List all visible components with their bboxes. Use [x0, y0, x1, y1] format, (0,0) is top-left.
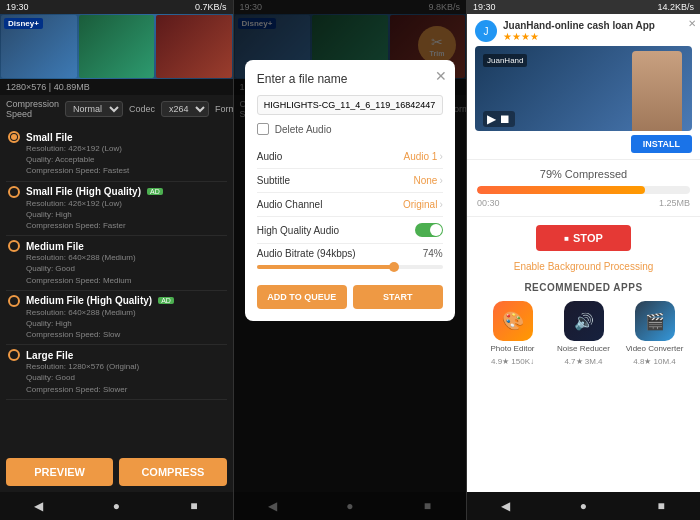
- audio-chevron: ›: [439, 151, 442, 162]
- app-rating-video: 4.8★ 10M.4: [633, 357, 676, 366]
- progress-bar-wrap: [477, 186, 690, 194]
- bitrate-label: Audio Bitrate (94kbps): [257, 248, 356, 259]
- filename-input[interactable]: [257, 95, 443, 115]
- ad-title: JuanHand-online cash loan App: [503, 20, 655, 31]
- app-name-editor: Photo Editor: [490, 344, 534, 354]
- codec-label: Codec: [129, 104, 155, 114]
- list-item[interactable]: Medium File Resolution: 640×288 (Medium)…: [6, 236, 227, 291]
- filename-dialog: ✕ Enter a file name Delete Audio Audio A…: [245, 60, 455, 321]
- video-thumbnail-left: Disney+: [0, 14, 233, 79]
- ad-image: JuanHand ▶ ⏹: [475, 46, 692, 131]
- start-button[interactable]: START: [353, 285, 443, 309]
- subtitle-label: Subtitle: [257, 175, 290, 186]
- radio-small-file[interactable]: [8, 131, 20, 143]
- compress-button[interactable]: COMPRESS: [119, 458, 226, 486]
- file-details-large: Resolution: 1280×576 (Original)Quality: …: [26, 361, 225, 395]
- speed-left: 0.7KB/s: [195, 2, 227, 12]
- subtitle-value: None ›: [414, 175, 443, 186]
- list-item[interactable]: Small File (High Quality) AD Resolution:…: [6, 182, 227, 237]
- noise-reducer-icon: 🔊: [564, 301, 604, 341]
- ad-app-icon: J: [475, 20, 497, 42]
- back-button-left[interactable]: ◀: [24, 498, 54, 514]
- audio-channel-label: Audio Channel: [257, 199, 323, 210]
- radio-medium[interactable]: [8, 240, 20, 252]
- list-item[interactable]: Large File Resolution: 1280×576 (Origina…: [6, 345, 227, 400]
- settings-row-left: Compression Speed Normal Codec x264 Form…: [0, 95, 233, 123]
- time-right: 19:30: [473, 2, 496, 12]
- compression-speed-label: Compression Speed: [6, 99, 59, 119]
- radio-large[interactable]: [8, 349, 20, 361]
- stop-btn-wrap: STOP: [467, 225, 700, 251]
- file-name-medium: Medium File: [26, 241, 84, 252]
- delete-audio-checkbox[interactable]: [257, 123, 269, 135]
- play-pause-icon[interactable]: ▶ ⏹: [483, 111, 515, 127]
- dialog-close-button[interactable]: ✕: [435, 68, 447, 84]
- toggle-knob: [430, 224, 442, 236]
- panel-right: 19:30 14.2KB/s ✕ J JuanHand-online cash …: [467, 0, 700, 520]
- recent-button-right[interactable]: ■: [646, 498, 676, 514]
- ad-stars: ★★★★: [503, 31, 655, 42]
- high-quality-audio-row: High Quality Audio: [257, 217, 443, 244]
- delete-audio-row: Delete Audio: [257, 123, 443, 135]
- audio-value: Audio 1 ›: [403, 151, 442, 162]
- ad-info: JuanHand-online cash loan App ★★★★: [503, 20, 655, 42]
- add-to-queue-button[interactable]: ADD TO QUEUE: [257, 285, 347, 309]
- bitrate-row: Audio Bitrate (94kbps) 74%: [257, 244, 443, 263]
- radio-medium-hq[interactable]: [8, 295, 20, 307]
- bitrate-slider[interactable]: [257, 265, 443, 269]
- ad-logo: JuanHand: [483, 54, 527, 67]
- codec-select[interactable]: x264: [161, 101, 209, 117]
- radio-small-hq[interactable]: [8, 186, 20, 198]
- video-resolution-left: 1280×576 | 40.89MB: [6, 82, 90, 92]
- video-info-left: 1280×576 | 40.89MB: [0, 79, 233, 95]
- video-converter-icon: 🎬: [635, 301, 675, 341]
- recommended-section: RECOMMENDED APPS 🎨 Photo Editor 4.9★ 150…: [467, 274, 700, 492]
- recent-button-left[interactable]: ■: [179, 498, 209, 514]
- ad-person: [632, 51, 682, 131]
- subtitle-row[interactable]: Subtitle None ›: [257, 169, 443, 193]
- file-details-small: Resolution: 426×192 (Low)Quality: Accept…: [26, 143, 225, 177]
- ad-install-row: INSTALL: [475, 135, 692, 153]
- photo-editor-icon: 🎨: [493, 301, 533, 341]
- thumb-2: [79, 15, 155, 78]
- status-bar-left: 19:30 0.7KB/s: [0, 0, 233, 14]
- thumb-3: [156, 15, 232, 78]
- progress-section: 79% Compressed 00:30 1.25MB: [467, 160, 700, 217]
- progress-size: 1.25MB: [659, 198, 690, 208]
- hq-audio-toggle[interactable]: [415, 223, 443, 237]
- dialog-actions: ADD TO QUEUE START: [257, 285, 443, 309]
- app-name-noise: Noise Reducer: [557, 344, 610, 354]
- list-item[interactable]: Medium File (High Quality) AD Resolution…: [6, 291, 227, 346]
- audio-channel-value: Original ›: [403, 199, 443, 210]
- progress-meta: 00:30 1.25MB: [477, 198, 690, 208]
- bitrate-value: 74%: [423, 248, 443, 259]
- file-details-medium: Resolution: 640×288 (Medium)Quality: Goo…: [26, 252, 225, 286]
- list-item[interactable]: Small File Resolution: 426×192 (Low)Qual…: [6, 127, 227, 182]
- list-item[interactable]: 🎨 Photo Editor 4.9★ 150K↓: [483, 301, 543, 366]
- compression-speed-select[interactable]: Normal: [65, 101, 123, 117]
- ad-badge: AD: [147, 188, 163, 195]
- home-button-right[interactable]: ●: [568, 498, 598, 514]
- audio-channel-row[interactable]: Audio Channel Original ›: [257, 193, 443, 217]
- preview-button[interactable]: PREVIEW: [6, 458, 113, 486]
- nav-bar-right: ◀ ● ■: [467, 492, 700, 520]
- back-button-right[interactable]: ◀: [491, 498, 521, 514]
- nav-bar-left: ◀ ● ■: [0, 492, 233, 520]
- ad-controls: ▶ ⏹: [483, 109, 515, 127]
- list-item[interactable]: 🔊 Noise Reducer 4.7★ 3M.4: [554, 301, 614, 366]
- ad-close-button[interactable]: ✕: [688, 18, 696, 29]
- audio-row[interactable]: Audio Audio 1 ›: [257, 145, 443, 169]
- panel-left: 19:30 0.7KB/s Disney+ 1280×576 | 40.89MB…: [0, 0, 234, 520]
- app-rating-editor: 4.9★ 150K↓: [491, 357, 534, 366]
- list-item[interactable]: 🎬 Video Converter 4.8★ 10M.4: [625, 301, 685, 366]
- home-button-left[interactable]: ●: [101, 498, 131, 514]
- ac-chevron: ›: [439, 199, 442, 210]
- install-button[interactable]: INSTALL: [631, 135, 692, 153]
- bottom-buttons-left: PREVIEW COMPRESS: [0, 452, 233, 492]
- bitrate-thumb: [389, 262, 399, 272]
- bitrate-fill: [257, 265, 395, 269]
- stop-button[interactable]: STOP: [536, 225, 631, 251]
- ad-banner: ✕ J JuanHand-online cash loan App ★★★★ J…: [467, 14, 700, 160]
- bg-processing-link[interactable]: Enable Background Processing: [467, 259, 700, 274]
- file-name-large: Large File: [26, 350, 73, 361]
